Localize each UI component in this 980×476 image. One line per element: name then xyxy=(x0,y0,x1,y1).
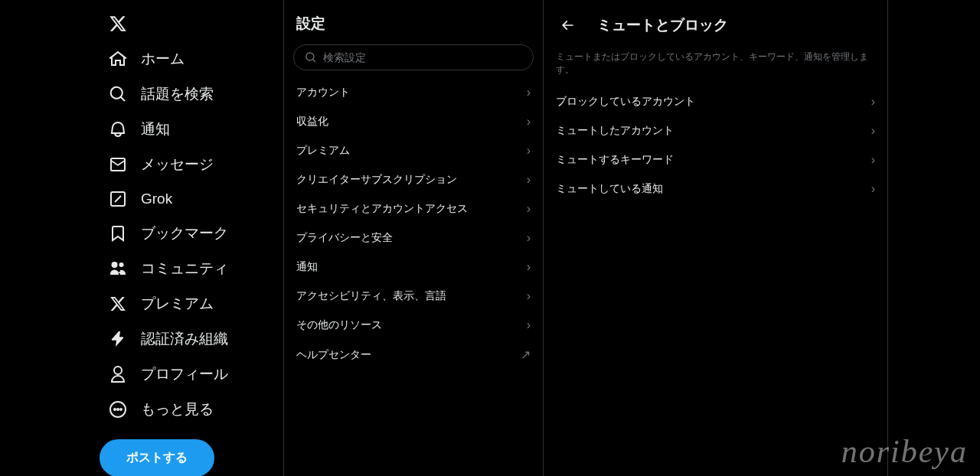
detail-title: ミュートとブロック xyxy=(597,15,728,35)
nav-label: ブックマーク xyxy=(141,223,228,243)
nav-label: プロフィール xyxy=(141,364,228,384)
detail-item-muted-accounts[interactable]: ミュートしたアカウント› xyxy=(544,116,887,145)
chevron-right-icon: › xyxy=(871,153,875,167)
chevron-right-icon: › xyxy=(527,144,531,158)
search-icon xyxy=(109,85,127,103)
nav-more[interactable]: もっと見る xyxy=(100,392,283,427)
chevron-right-icon: › xyxy=(871,124,875,138)
home-icon xyxy=(109,50,127,68)
settings-item-privacy[interactable]: プライバシーと安全› xyxy=(284,223,543,253)
settings-item-creator-subs[interactable]: クリエイターサブスクリプション› xyxy=(284,165,543,194)
chevron-right-icon: › xyxy=(527,173,531,187)
nav-label: ホーム xyxy=(141,49,185,69)
mail-icon xyxy=(109,155,127,174)
nav-label: Grok xyxy=(141,191,172,207)
chevron-right-icon: › xyxy=(527,231,531,245)
svg-point-3 xyxy=(117,409,119,410)
nav-bookmarks[interactable]: ブックマーク xyxy=(100,216,283,251)
settings-item-security[interactable]: セキュリティとアカウントアクセス› xyxy=(284,194,543,223)
nav-label: 通知 xyxy=(141,119,170,139)
svg-point-2 xyxy=(114,409,116,410)
settings-item-premium[interactable]: プレミアム› xyxy=(284,136,543,165)
nav-explore[interactable]: 話題を検索 xyxy=(100,77,283,112)
nav-label: もっと見る xyxy=(141,399,214,419)
settings-item-resources[interactable]: その他のリソース› xyxy=(284,311,543,340)
svg-point-4 xyxy=(120,409,122,410)
chevron-right-icon: › xyxy=(527,115,531,129)
settings-item-notifications[interactable]: 通知› xyxy=(284,253,543,282)
nav-notifications[interactable]: 通知 xyxy=(100,112,283,147)
chevron-right-icon: › xyxy=(527,260,531,274)
chevron-right-icon: › xyxy=(527,86,531,99)
nav-profile[interactable]: プロフィール xyxy=(100,357,283,392)
nav-messages[interactable]: メッセージ xyxy=(100,147,283,182)
more-icon xyxy=(109,400,127,419)
settings-item-account[interactable]: アカウント› xyxy=(284,78,543,107)
detail-item-muted-notifications[interactable]: ミュートしている通知› xyxy=(544,174,887,204)
nav-grok[interactable]: Grok xyxy=(100,182,283,216)
nav-label: コミュニティ xyxy=(141,259,228,279)
nav-premium[interactable]: プレミアム xyxy=(100,286,283,321)
chevron-right-icon: › xyxy=(871,182,875,196)
bell-icon xyxy=(109,120,127,139)
nav-communities[interactable]: コミュニティ xyxy=(100,251,283,286)
communities-icon xyxy=(109,259,127,278)
chevron-right-icon: › xyxy=(527,202,531,216)
primary-nav: ホーム 話題を検索 通知 メッセージ Grok ブックマーク xyxy=(100,0,283,476)
detail-item-blocked-accounts[interactable]: ブロックしているアカウント› xyxy=(544,87,887,116)
back-button[interactable] xyxy=(556,14,579,37)
post-button[interactable]: ポストする xyxy=(100,439,214,476)
settings-title: 設定 xyxy=(284,9,543,44)
bookmark-icon xyxy=(109,224,127,243)
settings-item-accessibility[interactable]: アクセシビリティ、表示、言語› xyxy=(284,282,543,311)
detail-description: ミュートまたはブロックしているアカウント、キーワード、通知を管理します。 xyxy=(544,44,887,87)
nav-label: 認証済み組織 xyxy=(141,329,228,349)
nav-verified-orgs[interactable]: 認証済み組織 xyxy=(100,321,283,357)
x-premium-icon xyxy=(109,295,127,313)
chevron-right-icon: › xyxy=(527,318,531,332)
nav-label: メッセージ xyxy=(141,155,214,174)
detail-item-muted-keywords[interactable]: ミュートするキーワード› xyxy=(544,145,887,174)
chevron-right-icon: › xyxy=(527,289,531,303)
chevron-right-icon: › xyxy=(871,95,875,109)
settings-item-monetization[interactable]: 収益化› xyxy=(284,107,543,136)
settings-search[interactable] xyxy=(293,44,534,70)
nav-label: プレミアム xyxy=(141,294,214,314)
profile-icon xyxy=(109,365,127,383)
lightning-icon xyxy=(109,330,127,348)
grok-icon xyxy=(109,190,127,208)
nav-label: 話題を検索 xyxy=(141,84,214,104)
external-link-icon: ↗ xyxy=(521,347,531,362)
settings-item-help[interactable]: ヘルプセンター↗ xyxy=(284,340,543,370)
settings-detail: ミュートとブロック ミュートまたはブロックしているアカウント、キーワード、通知を… xyxy=(544,0,888,476)
x-logo[interactable] xyxy=(100,6,136,41)
nav-home[interactable]: ホーム xyxy=(100,41,283,77)
search-icon xyxy=(305,51,317,64)
settings-search-input[interactable] xyxy=(323,51,522,64)
settings-list: 設定 アカウント› 収益化› プレミアム› クリエイターサブスクリプション› セ… xyxy=(283,0,544,476)
